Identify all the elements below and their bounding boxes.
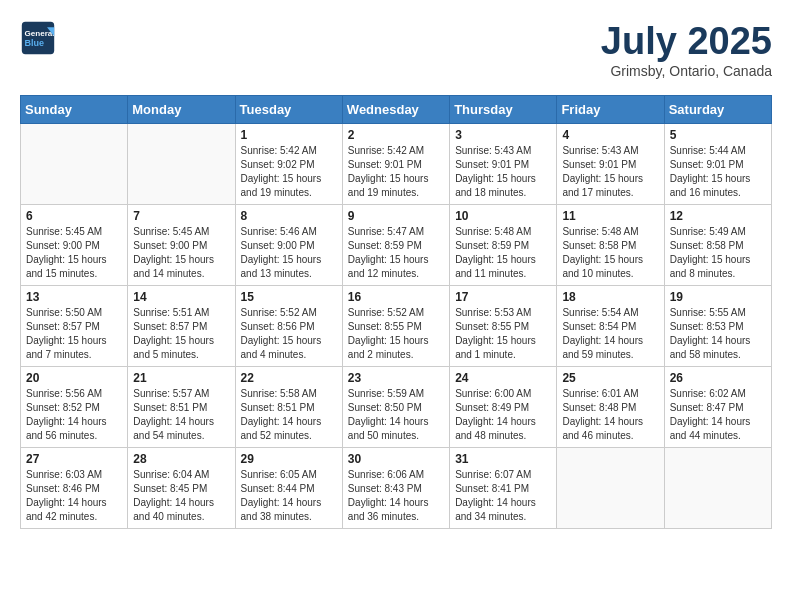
logo: General Blue <box>20 20 56 56</box>
day-detail: Sunrise: 5:55 AM Sunset: 8:53 PM Dayligh… <box>670 306 766 362</box>
day-detail: Sunrise: 5:48 AM Sunset: 8:59 PM Dayligh… <box>455 225 551 281</box>
day-detail: Sunrise: 5:48 AM Sunset: 8:58 PM Dayligh… <box>562 225 658 281</box>
day-number: 6 <box>26 209 122 223</box>
day-detail: Sunrise: 5:57 AM Sunset: 8:51 PM Dayligh… <box>133 387 229 443</box>
calendar-cell: 5Sunrise: 5:44 AM Sunset: 9:01 PM Daylig… <box>664 124 771 205</box>
day-detail: Sunrise: 5:49 AM Sunset: 8:58 PM Dayligh… <box>670 225 766 281</box>
calendar-week-row: 20Sunrise: 5:56 AM Sunset: 8:52 PM Dayli… <box>21 367 772 448</box>
day-number: 5 <box>670 128 766 142</box>
calendar-cell: 7Sunrise: 5:45 AM Sunset: 9:00 PM Daylig… <box>128 205 235 286</box>
day-number: 23 <box>348 371 444 385</box>
day-number: 1 <box>241 128 337 142</box>
day-detail: Sunrise: 6:00 AM Sunset: 8:49 PM Dayligh… <box>455 387 551 443</box>
day-number: 17 <box>455 290 551 304</box>
day-number: 9 <box>348 209 444 223</box>
day-number: 31 <box>455 452 551 466</box>
calendar-cell: 17Sunrise: 5:53 AM Sunset: 8:55 PM Dayli… <box>450 286 557 367</box>
calendar-cell: 25Sunrise: 6:01 AM Sunset: 8:48 PM Dayli… <box>557 367 664 448</box>
day-number: 13 <box>26 290 122 304</box>
day-number: 27 <box>26 452 122 466</box>
calendar-cell <box>128 124 235 205</box>
svg-text:Blue: Blue <box>25 38 45 48</box>
calendar-cell: 8Sunrise: 5:46 AM Sunset: 9:00 PM Daylig… <box>235 205 342 286</box>
day-detail: Sunrise: 6:07 AM Sunset: 8:41 PM Dayligh… <box>455 468 551 524</box>
column-header-tuesday: Tuesday <box>235 96 342 124</box>
day-detail: Sunrise: 5:53 AM Sunset: 8:55 PM Dayligh… <box>455 306 551 362</box>
calendar-week-row: 13Sunrise: 5:50 AM Sunset: 8:57 PM Dayli… <box>21 286 772 367</box>
calendar-week-row: 1Sunrise: 5:42 AM Sunset: 9:02 PM Daylig… <box>21 124 772 205</box>
calendar-cell: 4Sunrise: 5:43 AM Sunset: 9:01 PM Daylig… <box>557 124 664 205</box>
calendar-cell: 20Sunrise: 5:56 AM Sunset: 8:52 PM Dayli… <box>21 367 128 448</box>
calendar-cell: 23Sunrise: 5:59 AM Sunset: 8:50 PM Dayli… <box>342 367 449 448</box>
calendar-cell: 11Sunrise: 5:48 AM Sunset: 8:58 PM Dayli… <box>557 205 664 286</box>
column-header-thursday: Thursday <box>450 96 557 124</box>
day-number: 4 <box>562 128 658 142</box>
column-header-wednesday: Wednesday <box>342 96 449 124</box>
day-number: 28 <box>133 452 229 466</box>
calendar-cell: 16Sunrise: 5:52 AM Sunset: 8:55 PM Dayli… <box>342 286 449 367</box>
logo-icon: General Blue <box>20 20 56 56</box>
day-detail: Sunrise: 5:56 AM Sunset: 8:52 PM Dayligh… <box>26 387 122 443</box>
day-detail: Sunrise: 5:44 AM Sunset: 9:01 PM Dayligh… <box>670 144 766 200</box>
column-header-sunday: Sunday <box>21 96 128 124</box>
day-number: 21 <box>133 371 229 385</box>
day-number: 14 <box>133 290 229 304</box>
day-detail: Sunrise: 5:43 AM Sunset: 9:01 PM Dayligh… <box>562 144 658 200</box>
calendar-cell <box>664 448 771 529</box>
calendar-cell: 29Sunrise: 6:05 AM Sunset: 8:44 PM Dayli… <box>235 448 342 529</box>
page-header: General Blue July 2025 Grimsby, Ontario,… <box>20 20 772 79</box>
day-detail: Sunrise: 5:47 AM Sunset: 8:59 PM Dayligh… <box>348 225 444 281</box>
column-header-monday: Monday <box>128 96 235 124</box>
location: Grimsby, Ontario, Canada <box>601 63 772 79</box>
day-detail: Sunrise: 6:03 AM Sunset: 8:46 PM Dayligh… <box>26 468 122 524</box>
day-detail: Sunrise: 5:45 AM Sunset: 9:00 PM Dayligh… <box>133 225 229 281</box>
calendar-cell: 1Sunrise: 5:42 AM Sunset: 9:02 PM Daylig… <box>235 124 342 205</box>
day-number: 8 <box>241 209 337 223</box>
day-detail: Sunrise: 5:51 AM Sunset: 8:57 PM Dayligh… <box>133 306 229 362</box>
column-header-saturday: Saturday <box>664 96 771 124</box>
day-detail: Sunrise: 5:42 AM Sunset: 9:01 PM Dayligh… <box>348 144 444 200</box>
day-detail: Sunrise: 5:46 AM Sunset: 9:00 PM Dayligh… <box>241 225 337 281</box>
calendar-cell: 9Sunrise: 5:47 AM Sunset: 8:59 PM Daylig… <box>342 205 449 286</box>
day-number: 26 <box>670 371 766 385</box>
calendar-table: SundayMondayTuesdayWednesdayThursdayFrid… <box>20 95 772 529</box>
calendar-cell: 14Sunrise: 5:51 AM Sunset: 8:57 PM Dayli… <box>128 286 235 367</box>
calendar-cell: 13Sunrise: 5:50 AM Sunset: 8:57 PM Dayli… <box>21 286 128 367</box>
day-number: 25 <box>562 371 658 385</box>
day-detail: Sunrise: 5:59 AM Sunset: 8:50 PM Dayligh… <box>348 387 444 443</box>
day-detail: Sunrise: 6:06 AM Sunset: 8:43 PM Dayligh… <box>348 468 444 524</box>
calendar-header-row: SundayMondayTuesdayWednesdayThursdayFrid… <box>21 96 772 124</box>
calendar-cell: 24Sunrise: 6:00 AM Sunset: 8:49 PM Dayli… <box>450 367 557 448</box>
day-detail: Sunrise: 6:04 AM Sunset: 8:45 PM Dayligh… <box>133 468 229 524</box>
calendar-cell: 27Sunrise: 6:03 AM Sunset: 8:46 PM Dayli… <box>21 448 128 529</box>
day-number: 15 <box>241 290 337 304</box>
calendar-cell: 6Sunrise: 5:45 AM Sunset: 9:00 PM Daylig… <box>21 205 128 286</box>
title-block: July 2025 Grimsby, Ontario, Canada <box>601 20 772 79</box>
month-title: July 2025 <box>601 20 772 63</box>
day-detail: Sunrise: 6:01 AM Sunset: 8:48 PM Dayligh… <box>562 387 658 443</box>
calendar-cell: 31Sunrise: 6:07 AM Sunset: 8:41 PM Dayli… <box>450 448 557 529</box>
day-detail: Sunrise: 6:02 AM Sunset: 8:47 PM Dayligh… <box>670 387 766 443</box>
day-number: 20 <box>26 371 122 385</box>
day-detail: Sunrise: 5:42 AM Sunset: 9:02 PM Dayligh… <box>241 144 337 200</box>
day-number: 18 <box>562 290 658 304</box>
calendar-cell: 15Sunrise: 5:52 AM Sunset: 8:56 PM Dayli… <box>235 286 342 367</box>
day-number: 7 <box>133 209 229 223</box>
day-detail: Sunrise: 5:54 AM Sunset: 8:54 PM Dayligh… <box>562 306 658 362</box>
day-detail: Sunrise: 5:43 AM Sunset: 9:01 PM Dayligh… <box>455 144 551 200</box>
day-detail: Sunrise: 5:58 AM Sunset: 8:51 PM Dayligh… <box>241 387 337 443</box>
day-number: 2 <box>348 128 444 142</box>
day-number: 24 <box>455 371 551 385</box>
calendar-cell: 22Sunrise: 5:58 AM Sunset: 8:51 PM Dayli… <box>235 367 342 448</box>
day-number: 19 <box>670 290 766 304</box>
calendar-cell <box>21 124 128 205</box>
calendar-cell: 21Sunrise: 5:57 AM Sunset: 8:51 PM Dayli… <box>128 367 235 448</box>
calendar-week-row: 6Sunrise: 5:45 AM Sunset: 9:00 PM Daylig… <box>21 205 772 286</box>
calendar-cell: 10Sunrise: 5:48 AM Sunset: 8:59 PM Dayli… <box>450 205 557 286</box>
calendar-cell: 19Sunrise: 5:55 AM Sunset: 8:53 PM Dayli… <box>664 286 771 367</box>
calendar-cell: 3Sunrise: 5:43 AM Sunset: 9:01 PM Daylig… <box>450 124 557 205</box>
column-header-friday: Friday <box>557 96 664 124</box>
day-number: 30 <box>348 452 444 466</box>
calendar-cell: 18Sunrise: 5:54 AM Sunset: 8:54 PM Dayli… <box>557 286 664 367</box>
day-number: 29 <box>241 452 337 466</box>
